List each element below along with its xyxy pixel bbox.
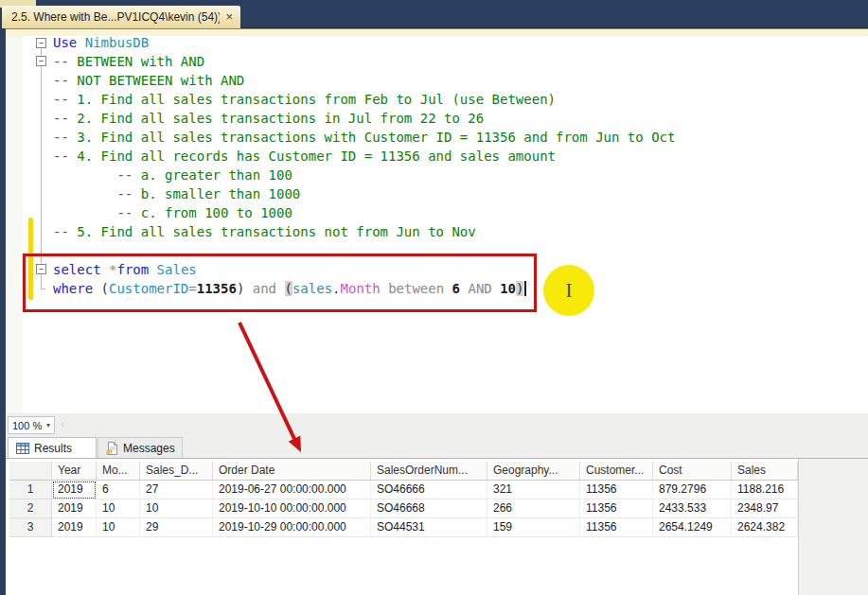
grid-cell[interactable]: 11356 [580,499,653,518]
grid-cell[interactable]: 10 [97,518,140,537]
sql-code-editor[interactable]: − − − Use NimbusDB-- BETWEEN with AND-- … [6,36,868,413]
code-token: -- 5. Find all sales transactions not fr… [53,224,476,239]
grid-cell[interactable]: 2019 [52,518,97,537]
grid-cell[interactable]: 27 [140,481,213,499]
document-tab-bar: 2.5. Where with Be...PV1ICQ4\kevin (54))… [0,0,868,28]
dropdown-arrow-icon: ▾ [46,421,50,429]
grid-row-header[interactable]: 3 [9,518,52,537]
grid-cell[interactable]: SO46666 [371,481,487,499]
grid-header-row: YearMo...Sales_D...Order DateSalesOrderN… [9,462,798,481]
grid-cell[interactable]: SO44531 [371,518,487,537]
grid-cell[interactable]: SO46668 [371,499,487,518]
grid-cell[interactable]: 29 [140,518,213,537]
code-line[interactable]: -- 5. Find all sales transactions not fr… [53,222,868,241]
document-tab[interactable]: 2.5. Where with Be...PV1ICQ4\kevin (54))… [2,6,240,28]
text-cursor-icon: I [566,279,573,303]
code-line[interactable]: -- a. greater than 100 [53,166,868,184]
grid-corner-header[interactable] [9,462,52,481]
grid-cell[interactable]: 266 [487,499,580,518]
grid-empty-area [798,459,868,595]
results-tab-strip: Results Messages [6,437,868,458]
code-token: -- b. smaller than 1000 [53,186,300,201]
code-token: -- 3. Find all sales transactions with C… [53,130,675,145]
grid-cell[interactable]: 6 [97,481,140,499]
grid-cell[interactable]: 10 [97,499,140,518]
grid-cell[interactable]: 2624.382 [732,518,798,537]
code-token [77,36,84,50]
grid-cell[interactable]: 11356 [580,481,653,499]
code-token: -- a. greater than 100 [53,167,292,183]
grid-column-header[interactable]: Sales [732,462,798,481]
results-grid: YearMo...Sales_D...Order DateSalesOrderN… [9,462,798,537]
grid-cell[interactable]: 2019 [52,481,97,499]
grid-column-header[interactable]: Mo... [97,462,140,481]
outline-collapse-icon[interactable]: − [36,38,46,48]
grid-row: 3201910292019-10-29 00:00:00.000SO445311… [9,518,798,537]
code-line[interactable]: -- 3. Find all sales transactions with C… [53,128,868,147]
grid-cell[interactable]: 11356 [580,518,653,537]
code-token: -- NOT BETWEEEN with AND [53,73,244,88]
code-token: -- 4. Find all records has Customer ID =… [53,149,556,164]
results-panel: YearMo...Sales_D...Order DateSalesOrderN… [6,458,868,595]
outline-collapse-icon[interactable]: − [36,56,46,66]
code-line[interactable]: -- c. from 100 to 1000 [53,203,868,222]
document-tab-title: 2.5. Where with Be...PV1ICQ4\kevin (54))… [11,10,220,24]
code-line[interactable]: -- 4. Find all records has Customer ID =… [53,147,868,166]
grid-body: 120196272019-06-27 00:00:00.000SO4666632… [9,481,798,537]
editor-top-strip [6,28,868,36]
grid-row: 2201910102019-10-10 00:00:00.000SO466682… [9,499,798,518]
mouse-cursor-highlight: I [543,265,594,316]
grid-cell[interactable]: 10 [140,499,213,518]
scrollbar-left-icon[interactable]: ‹ [61,417,64,430]
grid-cell[interactable]: 879.2796 [653,481,732,499]
indicator-margin [6,36,23,413]
grid-cell[interactable]: 2019 [52,499,97,518]
grid-column-header[interactable]: Geography... [487,462,580,481]
grid-cell[interactable]: 2433.533 [653,499,732,518]
code-token: -- BETWEEN with AND [53,54,204,69]
grid-column-header[interactable]: SalesOrderNum... [371,462,487,481]
tab-messages[interactable]: Messages [97,437,183,458]
code-line[interactable]: -- 2. Find all sales transactions in Jul… [53,109,868,128]
grid-column-header[interactable]: Cost [653,462,732,481]
code-line[interactable]: -- b. smaller than 1000 [53,184,868,203]
grid-cell[interactable]: 2019-06-27 00:00:00.000 [213,481,371,499]
grid-column-header[interactable]: Customer... [580,462,653,481]
grid-cell[interactable]: 1188.216 [732,481,798,499]
grid-column-header[interactable]: Order Date [213,462,371,481]
grid-row: 120196272019-06-27 00:00:00.000SO4666632… [9,481,798,499]
grid-row-header[interactable]: 1 [9,481,52,499]
grid-cell[interactable]: 2019-10-10 00:00:00.000 [213,499,371,518]
code-token: Use [53,36,77,50]
results-grid-icon [16,443,29,454]
zoom-value: 100 % [12,420,46,431]
code-token: -- 1. Find all sales transactions from F… [53,92,556,107]
grid-cell[interactable]: 159 [487,518,580,537]
grid-cell[interactable]: 2348.97 [732,499,798,518]
editor-zoom-bar: 100 % ▾ ‹ [6,413,868,437]
grid-cell[interactable]: 2019-10-29 00:00:00.000 [213,518,371,537]
annotation-highlight-box [23,254,537,312]
grid-column-header[interactable]: Year [52,462,97,481]
code-token: NimbusDB [85,36,149,50]
tab-close-icon[interactable]: × [225,11,233,23]
code-token: -- c. from 100 to 1000 [53,205,292,220]
code-line[interactable]: Use NimbusDB [53,36,868,52]
grid-column-header[interactable]: Sales_D... [140,462,213,481]
grid-row-header[interactable]: 2 [9,499,52,518]
tab-results[interactable]: Results [8,437,97,458]
code-line[interactable]: -- 1. Find all sales transactions from F… [53,90,868,109]
code-line[interactable]: -- NOT BETWEEEN with AND [53,71,868,90]
grid-cell[interactable]: 321 [487,481,580,499]
outline-connector-line [41,48,42,264]
code-token: -- 2. Find all sales transactions in Jul… [53,111,484,126]
messages-icon [106,442,118,455]
grid-cell[interactable]: 2654.1249 [653,518,732,537]
tab-label: Messages [123,442,175,455]
tab-label: Results [34,442,72,455]
zoom-dropdown[interactable]: 100 % ▾ [8,416,55,434]
code-line[interactable]: -- BETWEEN with AND [53,52,868,71]
